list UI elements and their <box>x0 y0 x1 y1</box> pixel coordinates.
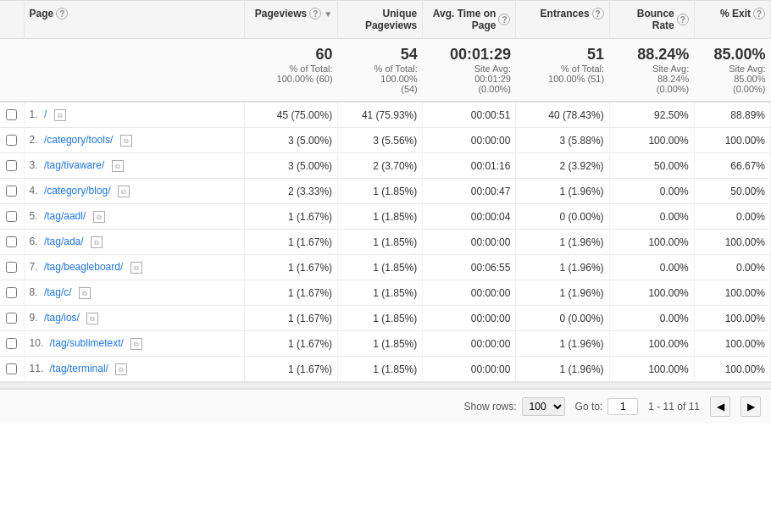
row-pct-exit: 50.00% <box>694 179 770 204</box>
row-checkbox[interactable] <box>6 109 17 120</box>
summary-exit-main: 85.00% <box>699 46 765 64</box>
summary-avgtime-sub3: (0.00%) <box>428 84 511 94</box>
page-link[interactable]: /tag/sublimetext/ <box>50 337 124 349</box>
table-row: 9. /tag/ios/ ⧉ 1 (1.67%) 1 (1.85%) 00:00… <box>0 306 771 331</box>
row-checkbox[interactable] <box>6 211 17 222</box>
header-row: Page ? Pageviews ? ▼ Unique Pageviews <box>0 1 771 39</box>
page-help-icon[interactable]: ? <box>56 8 68 19</box>
row-bounce-rate: 50.00% <box>609 153 694 179</box>
goto-input[interactable] <box>607 398 638 415</box>
row-entrances: 40 (78.43%) <box>516 102 609 128</box>
page-link[interactable]: /category/tools/ <box>44 134 113 146</box>
row-pct-exit: 100.00% <box>694 128 770 153</box>
summary-page-cell <box>24 39 244 103</box>
page-external-icon[interactable]: ⧉ <box>118 186 130 197</box>
page-link[interactable]: /tag/beagleboard/ <box>44 261 123 273</box>
page-external-icon[interactable]: ⧉ <box>93 211 105 223</box>
row-entrances: 1 (1.96%) <box>516 179 609 204</box>
goto-control: Go to: <box>575 398 639 415</box>
row-entrances: 0 (0.00%) <box>516 204 609 230</box>
pageviews-help-icon[interactable]: ? <box>309 8 321 19</box>
row-pct-exit: 66.67% <box>694 153 770 179</box>
row-bounce-rate: 0.00% <box>609 204 694 230</box>
prev-page-button[interactable]: ◀ <box>710 396 730 417</box>
row-bounce-rate: 92.50% <box>609 102 694 128</box>
page-external-icon[interactable]: ⧉ <box>130 262 142 274</box>
summary-entrances-main: 51 <box>521 46 604 64</box>
summary-avgtime-sub1: Site Avg: <box>428 64 511 74</box>
page-col-label: Page <box>30 8 54 19</box>
row-checkbox[interactable] <box>6 313 17 324</box>
summary-avgtime-main: 00:01:29 <box>428 46 511 64</box>
row-checkbox[interactable] <box>6 287 17 298</box>
page-external-icon[interactable]: ⧉ <box>112 160 124 172</box>
row-page-cell: 11. /tag/terminal/ ⧉ <box>24 357 244 382</box>
row-page-cell: 2. /category/tools/ ⧉ <box>24 128 244 153</box>
row-num: 9. <box>30 312 38 324</box>
page-link[interactable]: /tag/terminal/ <box>50 363 108 374</box>
summary-exit-sub1: Site Avg: <box>699 64 765 74</box>
goto-label: Go to: <box>575 401 603 413</box>
row-checkbox[interactable] <box>6 236 17 247</box>
horizontal-scrollbar[interactable] <box>0 382 771 389</box>
page-external-icon[interactable]: ⧉ <box>54 109 66 121</box>
page-link[interactable]: /tag/ios/ <box>44 312 80 324</box>
summary-entrances-sub1: % of Total: <box>521 64 604 74</box>
row-checkbox[interactable] <box>6 135 17 146</box>
page-external-icon[interactable]: ⧉ <box>86 313 98 324</box>
avg-time-help-icon[interactable]: ? <box>498 14 510 25</box>
row-checkbox[interactable] <box>6 186 17 197</box>
row-pct-exit: 100.00% <box>694 230 770 255</box>
page-external-icon[interactable]: ⧉ <box>91 236 103 248</box>
row-bounce-rate: 100.00% <box>609 331 694 357</box>
show-rows-select[interactable]: 10 25 50 100 500 <box>522 397 565 416</box>
summary-avgtime-sub2: 00:01:29 <box>428 74 511 84</box>
row-checkbox[interactable] <box>6 262 17 273</box>
row-pageviews: 1 (1.67%) <box>244 280 337 306</box>
summary-entrances-cell: 51 % of Total: 100.00% (51) <box>516 39 609 103</box>
row-bounce-rate: 100.00% <box>609 280 694 306</box>
entrances-help-icon[interactable]: ? <box>592 8 604 19</box>
row-avg-time: 00:00:00 <box>423 128 516 153</box>
pct-exit-help-icon[interactable]: ? <box>753 8 765 19</box>
row-avg-time: 00:00:00 <box>423 280 516 306</box>
row-checkbox[interactable] <box>6 363 17 374</box>
page-link[interactable]: / <box>44 108 47 120</box>
row-checkbox[interactable] <box>6 160 17 171</box>
table-row: 6. /tag/ada/ ⧉ 1 (1.67%) 1 (1.85%) 00:00… <box>0 230 771 255</box>
row-num: 11. <box>30 363 44 374</box>
checkbox-header-cell <box>0 1 24 39</box>
page-external-icon[interactable]: ⧉ <box>120 135 132 147</box>
row-avg-time: 00:00:00 <box>423 331 516 357</box>
row-checkbox-cell <box>0 357 24 382</box>
row-unique-pageviews: 41 (75.93%) <box>338 102 423 128</box>
summary-bounce-sub3: (0.00%) <box>614 84 689 94</box>
table-row: 7. /tag/beagleboard/ ⧉ 1 (1.67%) 1 (1.85… <box>0 255 771 280</box>
bounce-rate-help-icon[interactable]: ? <box>677 14 689 25</box>
page-link[interactable]: /tag/c/ <box>44 286 72 298</box>
row-page-cell: 8. /tag/c/ ⧉ <box>24 280 244 306</box>
summary-unique-cell: 54 % of Total: 100.00% (54) <box>338 39 423 103</box>
row-avg-time: 00:00:00 <box>423 230 516 255</box>
page-link[interactable]: /category/blog/ <box>44 185 111 197</box>
row-checkbox[interactable] <box>6 338 17 349</box>
table-row: 4. /category/blog/ ⧉ 2 (3.33%) 1 (1.85%)… <box>0 179 771 204</box>
page-external-icon[interactable]: ⧉ <box>130 338 142 350</box>
page-link[interactable]: /tag/aadl/ <box>44 210 86 222</box>
page-external-icon[interactable]: ⧉ <box>115 363 127 375</box>
summary-entrances-sub2: 100.00% (51) <box>521 74 604 84</box>
pageviews-sort-icon[interactable]: ▼ <box>324 9 332 19</box>
next-page-button[interactable]: ▶ <box>740 396 761 417</box>
row-bounce-rate: 100.00% <box>609 128 694 153</box>
table-row: 11. /tag/terminal/ ⧉ 1 (1.67%) 1 (1.85%)… <box>0 357 771 382</box>
page-link[interactable]: /tag/ada/ <box>44 236 84 247</box>
row-checkbox-cell <box>0 153 24 179</box>
summary-bounce-sub2: 88.24% <box>614 74 689 84</box>
avg-time-col-label: Avg. Time on Page <box>428 8 496 31</box>
row-pct-exit: 100.00% <box>694 280 770 306</box>
row-page-cell: 4. /category/blog/ ⧉ <box>24 179 244 204</box>
row-num: 4. <box>30 185 38 197</box>
show-rows-label: Show rows: <box>464 401 517 413</box>
page-link[interactable]: /tag/tivaware/ <box>44 159 104 171</box>
page-external-icon[interactable]: ⧉ <box>79 287 91 299</box>
